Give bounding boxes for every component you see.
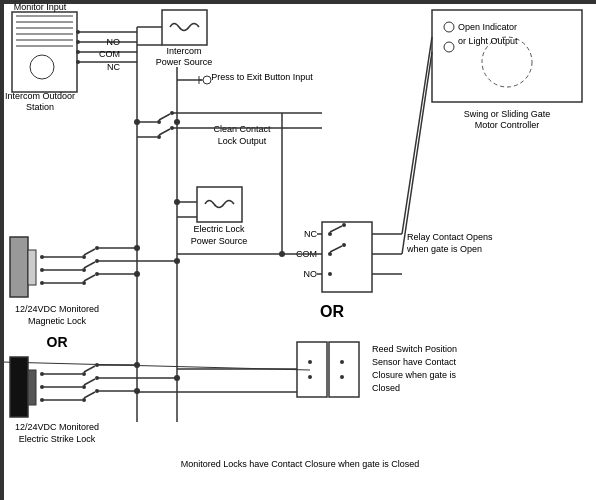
svg-text:Lock Output: Lock Output: [218, 136, 267, 146]
wiring-diagram: Monitor Input Intercom Outdoor Station I…: [0, 0, 596, 500]
svg-point-124: [174, 258, 180, 264]
svg-text:Intercom Outdoor: Intercom Outdoor: [5, 91, 75, 101]
svg-point-138: [82, 372, 86, 376]
svg-point-73: [342, 243, 346, 247]
svg-rect-97: [10, 237, 28, 297]
svg-text:Reed Switch Position: Reed Switch Position: [372, 344, 457, 354]
svg-point-8: [30, 55, 54, 79]
svg-point-86: [308, 360, 312, 364]
svg-text:12/24VDC Monitored: 12/24VDC Monitored: [15, 422, 99, 432]
svg-text:Monitored Locks have Contact C: Monitored Locks have Contact Closure whe…: [181, 459, 420, 469]
svg-point-111: [82, 268, 86, 272]
svg-text:NO: NO: [107, 37, 121, 47]
svg-point-156: [174, 375, 180, 381]
svg-rect-16: [162, 10, 207, 45]
svg-text:NO: NO: [304, 269, 318, 279]
svg-point-45: [157, 120, 161, 124]
svg-text:Electric Lock: Electric Lock: [193, 224, 245, 234]
svg-rect-130: [28, 370, 36, 405]
svg-point-163: [174, 199, 180, 205]
svg-text:when gate is Open: when gate is Open: [406, 244, 482, 254]
svg-point-74: [328, 272, 332, 276]
svg-text:Swing or Sliding Gate: Swing or Sliding Gate: [464, 109, 551, 119]
svg-point-88: [308, 375, 312, 379]
svg-text:Clean Contact: Clean Contact: [213, 124, 271, 134]
svg-point-25: [444, 42, 454, 52]
svg-text:Closed: Closed: [372, 383, 400, 393]
svg-point-70: [342, 223, 346, 227]
svg-text:OR: OR: [320, 303, 344, 320]
svg-text:Station: Station: [26, 102, 54, 112]
svg-text:Monitor Input: Monitor Input: [14, 2, 67, 12]
svg-point-125: [134, 271, 140, 277]
svg-rect-129: [10, 357, 28, 417]
svg-point-157: [134, 388, 140, 394]
svg-point-155: [134, 362, 140, 368]
svg-text:NC: NC: [304, 229, 317, 239]
svg-rect-56: [197, 187, 242, 222]
svg-point-106: [82, 255, 86, 259]
svg-text:Magnetic Lock: Magnetic Lock: [28, 316, 87, 326]
svg-rect-85: [329, 342, 359, 397]
svg-point-90: [340, 375, 344, 379]
svg-text:Electric Strike Lock: Electric Strike Lock: [19, 434, 96, 444]
svg-point-50: [157, 135, 161, 139]
svg-text:Intercom: Intercom: [166, 46, 201, 56]
svg-text:Press to Exit Button Input: Press to Exit Button Input: [211, 72, 313, 82]
svg-point-123: [134, 245, 140, 251]
svg-point-24: [444, 22, 454, 32]
svg-text:Relay Contact Opens: Relay Contact Opens: [407, 232, 493, 242]
svg-point-71: [328, 252, 332, 256]
svg-rect-1: [12, 12, 77, 92]
svg-text:COM: COM: [99, 49, 120, 59]
svg-text:OR: OR: [47, 334, 68, 350]
svg-point-19: [203, 76, 211, 84]
svg-text:12/24VDC Monitored: 12/24VDC Monitored: [15, 304, 99, 314]
svg-point-68: [328, 232, 332, 236]
svg-text:Motor Controller: Motor Controller: [475, 120, 540, 130]
svg-text:or Light Output: or Light Output: [458, 36, 518, 46]
svg-point-89: [340, 360, 344, 364]
svg-text:NC: NC: [107, 62, 120, 72]
svg-point-164: [134, 119, 140, 125]
svg-text:Power Source: Power Source: [156, 57, 213, 67]
svg-text:Sensor have Contact: Sensor have Contact: [372, 357, 457, 367]
svg-point-143: [82, 385, 86, 389]
svg-point-82: [279, 251, 285, 257]
svg-text:Power Source: Power Source: [191, 236, 248, 246]
svg-text:Closure when gate is: Closure when gate is: [372, 370, 457, 380]
svg-rect-98: [28, 250, 36, 285]
svg-text:Open Indicator: Open Indicator: [458, 22, 517, 32]
svg-point-165: [174, 119, 180, 125]
svg-point-148: [82, 398, 86, 402]
svg-point-116: [82, 281, 86, 285]
